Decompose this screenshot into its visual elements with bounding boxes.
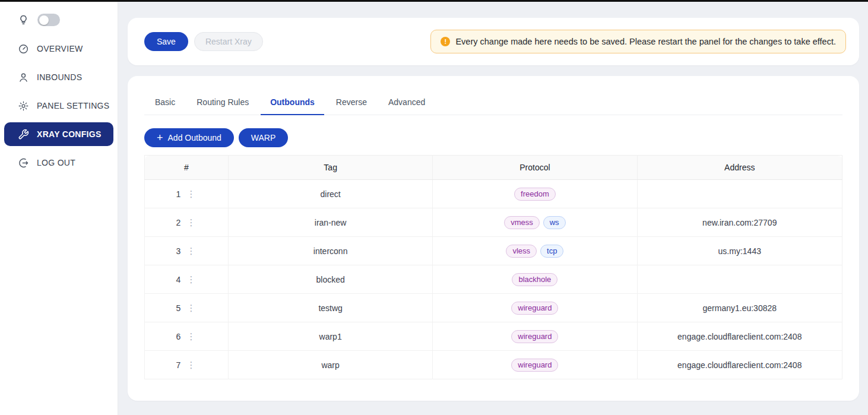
cell-tag: iran-new xyxy=(229,208,433,237)
restart-xray-button[interactable]: Restart Xray xyxy=(194,32,263,51)
sidebar-item-label: XRAY CONFIGS xyxy=(37,129,102,139)
column-header-tag: Tag xyxy=(229,156,433,180)
row-number: 1 xyxy=(176,189,181,199)
cell-address: engage.cloudflareclient.com:2408 xyxy=(637,351,842,379)
cell-address: new.iran.com:27709 xyxy=(637,208,842,237)
row-menu-icon[interactable]: ⋮ xyxy=(185,302,197,313)
save-button[interactable]: Save xyxy=(144,32,188,51)
number-with-menu: 6⋮ xyxy=(145,331,228,342)
badge-freedom: freedom xyxy=(514,188,556,201)
actions-row: + Add Outbound WARP xyxy=(144,128,842,147)
row-menu-icon[interactable]: ⋮ xyxy=(185,245,197,256)
outbounds-table: #TagProtocolAddress 1⋮directfreedom2⋮ira… xyxy=(144,155,842,379)
protocol-badges: freedom xyxy=(433,188,636,201)
row-number: 4 xyxy=(176,275,181,284)
gear-icon xyxy=(18,100,29,112)
table-row: 3⋮interconnvlesstcpus.my:1443 xyxy=(145,237,842,265)
warning-icon: ! xyxy=(441,37,450,46)
table-row: 5⋮testwgwireguardgermany1.eu:30828 xyxy=(145,294,842,322)
cell-address xyxy=(637,265,842,294)
cell-protocol: blackhole xyxy=(433,265,637,294)
cell-address: us.my:1443 xyxy=(637,237,842,265)
main-area: Save Restart Xray ! Every change made he… xyxy=(118,2,868,415)
cell-tag: testwg xyxy=(229,294,433,322)
row-menu-icon[interactable]: ⋮ xyxy=(185,274,197,285)
cell-address: germany1.eu:30828 xyxy=(637,294,842,322)
row-number: 6 xyxy=(176,332,181,341)
sidebar-item-panel-settings[interactable]: PANEL SETTINGS xyxy=(4,94,113,118)
protocol-badges: vlesstcp xyxy=(433,245,636,258)
cell-tag: warp1 xyxy=(229,322,433,351)
row-menu-icon[interactable]: ⋮ xyxy=(185,188,197,199)
badge-vmess: vmess xyxy=(504,216,540,229)
table-row: 4⋮blockedblackhole xyxy=(145,265,842,294)
row-number: 3 xyxy=(176,246,181,256)
tab-reverse[interactable]: Reverse xyxy=(335,93,368,115)
sidebar-item-label: PANEL SETTINGS xyxy=(37,101,109,110)
row-number: 5 xyxy=(176,303,181,313)
warp-button[interactable]: WARP xyxy=(239,128,288,147)
tab-outbounds[interactable]: Outbounds xyxy=(269,93,316,115)
badge-wireguard: wireguard xyxy=(511,359,558,372)
table-row: 7⋮warpwireguardengage.cloudflareclient.c… xyxy=(145,351,842,379)
add-outbound-button[interactable]: + Add Outbound xyxy=(144,128,234,147)
badge-ws: ws xyxy=(543,216,566,229)
badge-vless: vless xyxy=(506,245,537,258)
sidebar-item-inbounds[interactable]: INBOUNDS xyxy=(4,65,113,89)
sidebar-item-label: LOG OUT xyxy=(37,158,75,167)
column-header--: # xyxy=(145,156,229,180)
protocol-badges: wireguard xyxy=(433,359,636,372)
warning-alert-text: Every change made here needs to be saved… xyxy=(455,37,836,46)
row-menu-icon[interactable]: ⋮ xyxy=(185,359,197,370)
theme-toggle[interactable] xyxy=(37,14,60,26)
cell-tag: warp xyxy=(229,351,433,379)
dashboard-icon xyxy=(18,43,29,55)
user-icon xyxy=(18,72,29,83)
add-outbound-label: Add Outbound xyxy=(168,133,221,142)
table-row: 6⋮warp1wireguardengage.cloudflareclient.… xyxy=(145,322,842,351)
toolbar-card: Save Restart Xray ! Every change made he… xyxy=(128,18,859,65)
badge-wireguard: wireguard xyxy=(511,302,558,315)
cell-protocol: wireguard xyxy=(433,294,637,322)
cell-number: 7⋮ xyxy=(145,351,229,379)
theme-toggle-row xyxy=(0,2,118,32)
badge-blackhole: blackhole xyxy=(512,273,557,286)
row-menu-icon[interactable]: ⋮ xyxy=(185,331,197,342)
cell-protocol: vmessws xyxy=(433,208,637,237)
protocol-badges: wireguard xyxy=(433,330,636,343)
cell-number: 3⋮ xyxy=(145,237,229,265)
sidebar-item-log-out[interactable]: LOG OUT xyxy=(4,151,113,175)
sidebar-item-xray-configs[interactable]: XRAY CONFIGS xyxy=(4,122,113,146)
sidebar-nav: OVERVIEWINBOUNDSPANEL SETTINGSXRAY CONFI… xyxy=(0,37,118,175)
column-header-address: Address xyxy=(637,156,842,180)
number-with-menu: 3⋮ xyxy=(145,245,228,256)
cell-address xyxy=(637,180,842,208)
cell-number: 5⋮ xyxy=(145,294,229,322)
tab-routing-rules[interactable]: Routing Rules xyxy=(195,93,250,115)
table-row: 1⋮directfreedom xyxy=(145,180,842,208)
cell-tag: blocked xyxy=(229,265,433,294)
row-number: 7 xyxy=(176,360,181,370)
tab-basic[interactable]: Basic xyxy=(154,93,176,115)
table-header-row: #TagProtocolAddress xyxy=(145,156,842,180)
cell-number: 6⋮ xyxy=(145,322,229,351)
logout-icon xyxy=(18,157,29,169)
number-with-menu: 4⋮ xyxy=(145,274,228,285)
cell-protocol: wireguard xyxy=(433,351,637,379)
number-with-menu: 1⋮ xyxy=(145,188,228,199)
xray-configs-card: BasicRouting RulesOutboundsReverseAdvanc… xyxy=(128,76,859,401)
number-with-menu: 5⋮ xyxy=(145,302,228,313)
sidebar-item-overview[interactable]: OVERVIEW xyxy=(4,37,113,61)
sidebar-item-label: INBOUNDS xyxy=(37,72,82,82)
row-menu-icon[interactable]: ⋮ xyxy=(185,217,197,228)
protocol-badges: vmessws xyxy=(433,216,636,229)
cell-protocol: vlesstcp xyxy=(433,237,637,265)
cell-protocol: freedom xyxy=(433,180,637,208)
wrench-icon xyxy=(18,129,29,140)
number-with-menu: 2⋮ xyxy=(145,217,228,228)
tab-advanced[interactable]: Advanced xyxy=(387,93,426,115)
number-with-menu: 7⋮ xyxy=(145,359,228,370)
cell-address: engage.cloudflareclient.com:2408 xyxy=(637,322,842,351)
plus-icon: + xyxy=(157,132,163,143)
cell-tag: interconn xyxy=(229,237,433,265)
